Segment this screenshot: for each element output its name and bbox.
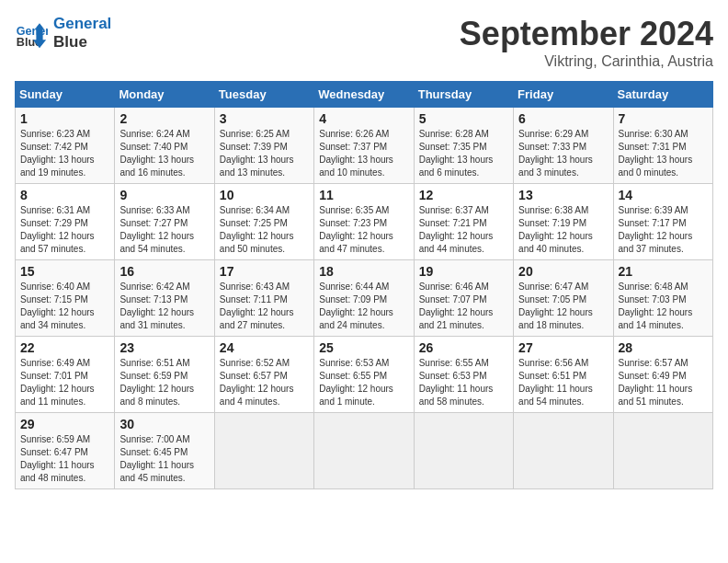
calendar-cell: 1Sunrise: 6:23 AM Sunset: 7:42 PM Daylig… xyxy=(16,108,115,184)
day-number: 20 xyxy=(518,264,608,279)
calendar-cell: 15Sunrise: 6:40 AM Sunset: 7:15 PM Dayli… xyxy=(16,260,115,337)
day-number: 26 xyxy=(419,340,508,355)
calendar-cell: 19Sunrise: 6:46 AM Sunset: 7:07 PM Dayli… xyxy=(414,260,513,337)
week-row-3: 15Sunrise: 6:40 AM Sunset: 7:15 PM Dayli… xyxy=(16,260,713,337)
day-number: 1 xyxy=(20,111,109,126)
day-detail: Sunrise: 6:53 AM Sunset: 6:55 PM Dayligh… xyxy=(319,357,408,408)
day-detail: Sunrise: 6:28 AM Sunset: 7:35 PM Dayligh… xyxy=(419,128,508,179)
calendar-cell: 9Sunrise: 6:33 AM Sunset: 7:27 PM Daylig… xyxy=(115,184,214,260)
day-detail: Sunrise: 6:39 AM Sunset: 7:17 PM Dayligh… xyxy=(619,204,708,256)
day-number: 5 xyxy=(419,111,508,126)
day-detail: Sunrise: 6:51 AM Sunset: 6:59 PM Dayligh… xyxy=(119,357,209,408)
day-number: 4 xyxy=(319,111,408,126)
day-detail: Sunrise: 6:43 AM Sunset: 7:11 PM Dayligh… xyxy=(220,281,309,332)
day-number: 18 xyxy=(319,264,408,279)
day-number: 23 xyxy=(119,340,209,355)
calendar-cell: 4Sunrise: 6:26 AM Sunset: 7:37 PM Daylig… xyxy=(314,108,414,184)
logo-text-general: General xyxy=(53,15,111,33)
day-number: 8 xyxy=(20,188,109,202)
day-detail: Sunrise: 6:25 AM Sunset: 7:39 PM Dayligh… xyxy=(220,128,309,179)
calendar-cell: 28Sunrise: 6:57 AM Sunset: 6:49 PM Dayli… xyxy=(613,337,712,413)
calendar-cell xyxy=(214,413,313,489)
day-number: 10 xyxy=(220,188,309,202)
calendar-cell: 5Sunrise: 6:28 AM Sunset: 7:35 PM Daylig… xyxy=(414,108,513,184)
day-detail: Sunrise: 6:24 AM Sunset: 7:40 PM Dayligh… xyxy=(119,128,209,179)
weekday-header-row: SundayMondayTuesdayWednesdayThursdayFrid… xyxy=(16,82,713,108)
day-number: 28 xyxy=(619,340,708,355)
calendar-cell: 16Sunrise: 6:42 AM Sunset: 7:13 PM Dayli… xyxy=(115,260,214,337)
calendar-cell: 23Sunrise: 6:51 AM Sunset: 6:59 PM Dayli… xyxy=(115,337,214,413)
logo: General Blue General Blue xyxy=(15,15,111,52)
day-number: 27 xyxy=(518,340,608,355)
day-number: 2 xyxy=(119,111,209,126)
day-number: 30 xyxy=(119,417,209,431)
weekday-header-friday: Friday xyxy=(514,82,613,108)
page-header: General Blue General Blue September 2024… xyxy=(15,15,713,70)
calendar-cell: 7Sunrise: 6:30 AM Sunset: 7:31 PM Daylig… xyxy=(613,108,712,184)
calendar-cell: 10Sunrise: 6:34 AM Sunset: 7:25 PM Dayli… xyxy=(214,184,313,260)
day-detail: Sunrise: 6:46 AM Sunset: 7:07 PM Dayligh… xyxy=(419,281,508,332)
day-number: 9 xyxy=(119,188,209,202)
month-title: September 2024 xyxy=(460,15,713,53)
calendar-cell: 12Sunrise: 6:37 AM Sunset: 7:21 PM Dayli… xyxy=(414,184,513,260)
day-detail: Sunrise: 6:57 AM Sunset: 6:49 PM Dayligh… xyxy=(619,357,708,408)
day-detail: Sunrise: 6:31 AM Sunset: 7:29 PM Dayligh… xyxy=(20,204,109,256)
day-detail: Sunrise: 6:49 AM Sunset: 7:01 PM Dayligh… xyxy=(20,357,109,408)
day-detail: Sunrise: 6:42 AM Sunset: 7:13 PM Dayligh… xyxy=(119,281,209,332)
calendar-table: SundayMondayTuesdayWednesdayThursdayFrid… xyxy=(15,81,713,489)
day-number: 22 xyxy=(20,340,109,355)
day-number: 24 xyxy=(220,340,309,355)
calendar-cell: 25Sunrise: 6:53 AM Sunset: 6:55 PM Dayli… xyxy=(314,337,414,413)
day-detail: Sunrise: 6:44 AM Sunset: 7:09 PM Dayligh… xyxy=(319,281,408,332)
calendar-cell xyxy=(613,413,712,489)
day-number: 19 xyxy=(419,264,508,279)
day-number: 6 xyxy=(518,111,608,126)
title-block: September 2024 Viktring, Carinthia, Aust… xyxy=(460,15,713,70)
calendar-cell: 21Sunrise: 6:48 AM Sunset: 7:03 PM Dayli… xyxy=(613,260,712,337)
day-number: 17 xyxy=(220,264,309,279)
weekday-header-monday: Monday xyxy=(115,82,214,108)
day-detail: Sunrise: 6:29 AM Sunset: 7:33 PM Dayligh… xyxy=(518,128,608,179)
day-detail: Sunrise: 6:30 AM Sunset: 7:31 PM Dayligh… xyxy=(619,128,708,179)
calendar-cell: 29Sunrise: 6:59 AM Sunset: 6:47 PM Dayli… xyxy=(16,413,115,489)
week-row-2: 8Sunrise: 6:31 AM Sunset: 7:29 PM Daylig… xyxy=(16,184,713,260)
day-number: 11 xyxy=(319,188,408,202)
day-number: 25 xyxy=(319,340,408,355)
day-detail: Sunrise: 6:56 AM Sunset: 6:51 PM Dayligh… xyxy=(518,357,608,408)
calendar-cell: 20Sunrise: 6:47 AM Sunset: 7:05 PM Dayli… xyxy=(514,260,613,337)
calendar-cell: 8Sunrise: 6:31 AM Sunset: 7:29 PM Daylig… xyxy=(16,184,115,260)
day-number: 3 xyxy=(220,111,309,126)
calendar-cell xyxy=(514,413,613,489)
calendar-cell xyxy=(414,413,513,489)
location-subtitle: Viktring, Carinthia, Austria xyxy=(460,53,713,70)
day-detail: Sunrise: 6:52 AM Sunset: 6:57 PM Dayligh… xyxy=(220,357,309,408)
week-row-5: 29Sunrise: 6:59 AM Sunset: 6:47 PM Dayli… xyxy=(16,413,713,489)
day-detail: Sunrise: 6:40 AM Sunset: 7:15 PM Dayligh… xyxy=(20,281,109,332)
day-number: 16 xyxy=(119,264,209,279)
day-detail: Sunrise: 6:59 AM Sunset: 6:47 PM Dayligh… xyxy=(20,433,109,485)
day-number: 21 xyxy=(619,264,708,279)
day-detail: Sunrise: 6:34 AM Sunset: 7:25 PM Dayligh… xyxy=(220,204,309,256)
calendar-cell: 3Sunrise: 6:25 AM Sunset: 7:39 PM Daylig… xyxy=(214,108,313,184)
week-row-1: 1Sunrise: 6:23 AM Sunset: 7:42 PM Daylig… xyxy=(16,108,713,184)
calendar-cell: 17Sunrise: 6:43 AM Sunset: 7:11 PM Dayli… xyxy=(214,260,313,337)
calendar-cell: 24Sunrise: 6:52 AM Sunset: 6:57 PM Dayli… xyxy=(214,337,313,413)
calendar-cell: 11Sunrise: 6:35 AM Sunset: 7:23 PM Dayli… xyxy=(314,184,414,260)
weekday-header-tuesday: Tuesday xyxy=(214,82,313,108)
day-detail: Sunrise: 6:23 AM Sunset: 7:42 PM Dayligh… xyxy=(20,128,109,179)
day-number: 7 xyxy=(619,111,708,126)
day-detail: Sunrise: 6:37 AM Sunset: 7:21 PM Dayligh… xyxy=(419,204,508,256)
calendar-cell xyxy=(314,413,414,489)
day-detail: Sunrise: 7:00 AM Sunset: 6:45 PM Dayligh… xyxy=(119,433,209,485)
calendar-cell: 13Sunrise: 6:38 AM Sunset: 7:19 PM Dayli… xyxy=(514,184,613,260)
calendar-cell: 14Sunrise: 6:39 AM Sunset: 7:17 PM Dayli… xyxy=(613,184,712,260)
day-detail: Sunrise: 6:35 AM Sunset: 7:23 PM Dayligh… xyxy=(319,204,408,256)
calendar-cell: 27Sunrise: 6:56 AM Sunset: 6:51 PM Dayli… xyxy=(514,337,613,413)
calendar-cell: 6Sunrise: 6:29 AM Sunset: 7:33 PM Daylig… xyxy=(514,108,613,184)
weekday-header-saturday: Saturday xyxy=(613,82,712,108)
weekday-header-thursday: Thursday xyxy=(414,82,513,108)
day-number: 29 xyxy=(20,417,109,431)
weekday-header-sunday: Sunday xyxy=(16,82,115,108)
calendar-cell: 30Sunrise: 7:00 AM Sunset: 6:45 PM Dayli… xyxy=(115,413,214,489)
day-number: 15 xyxy=(20,264,109,279)
